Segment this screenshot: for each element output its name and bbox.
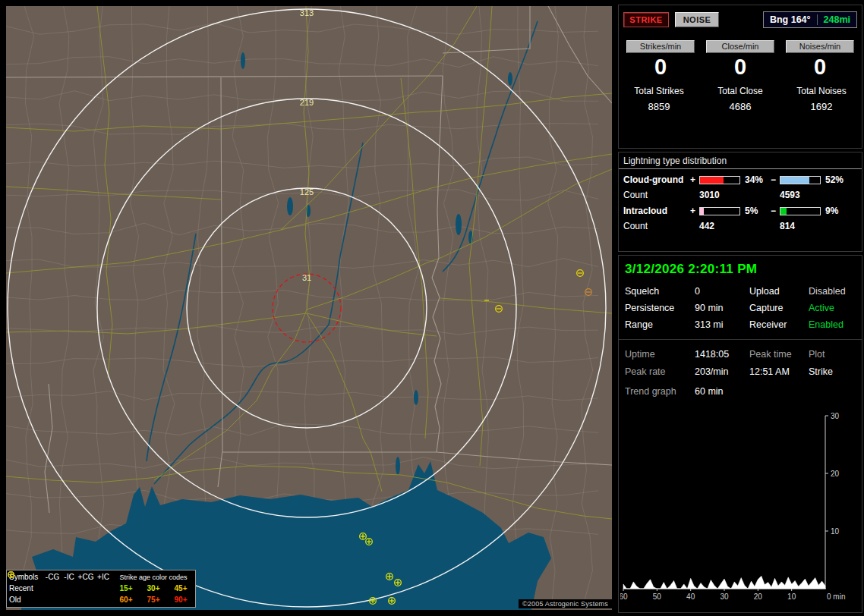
trend-y-tick: 10: [831, 527, 840, 536]
range-label: Range: [625, 319, 695, 330]
cg-minus-bar: [780, 176, 821, 184]
age-code-45: 45+: [167, 583, 194, 594]
minus-sign: −: [771, 174, 780, 185]
strikes-per-min-value: 0: [626, 55, 695, 80]
trend-graph-row: Trend graph 60 min: [619, 377, 862, 397]
trend-graph: 3020106050403020100 min: [620, 411, 862, 610]
cg-minus-percent: 52%: [824, 174, 850, 185]
legend-recent-label: Recent: [9, 583, 44, 594]
counters-section: STRIKE NOISE Bng 164° 248mi Strikes/min …: [618, 5, 862, 149]
peak-rate-label: Peak rate: [625, 366, 695, 377]
strikes-per-min-label: Strikes/min: [626, 40, 695, 53]
bearing-range: 248mi: [824, 14, 850, 25]
plus-sign: +: [690, 174, 699, 185]
legend-col-neg-ic: -IC: [61, 572, 77, 583]
cloud-ground-row: Cloud-ground + 34% − 52%: [619, 169, 862, 185]
age-code-60: 60+: [112, 595, 140, 605]
trend-x-tick: 40: [686, 592, 695, 601]
cg-plus-bar: [699, 176, 740, 184]
minus-sign: −: [771, 206, 780, 216]
intracloud-label: Intracloud: [623, 206, 690, 216]
upload-status: Disabled: [809, 286, 856, 297]
age-code-15: 15+: [112, 583, 140, 594]
cg-plus-percent: 34%: [743, 174, 771, 185]
distribution-section: Lightning type distribution Cloud-ground…: [618, 152, 862, 252]
legend-col-pos-ic: +IC: [94, 572, 112, 583]
ic-plus-count: 442: [699, 221, 780, 231]
cloud-ground-counts: Count 3010 4593: [619, 185, 862, 200]
cg-plus-count: 3010: [699, 190, 780, 200]
intracloud-row: Intracloud + 5% − 9%: [619, 200, 862, 216]
timestamp: 3/12/2026 2:20:11 PM: [619, 256, 862, 277]
trend-graph-label: Trend graph: [625, 386, 695, 397]
distribution-title: Lightning type distribution: [619, 152, 862, 169]
age-code-90: 90+: [167, 595, 194, 605]
capture-label: Capture: [749, 303, 809, 313]
trend-x-tick: 30: [720, 592, 729, 601]
range-ring-label: 219: [300, 98, 314, 107]
upload-label: Upload: [749, 286, 809, 297]
range-ring-label: 31: [302, 273, 311, 282]
trend-plot-area: [623, 576, 825, 589]
uptime-value: 1418:05: [695, 349, 749, 360]
settings-table: Squelch 0 Upload Disabled Persistence 90…: [619, 277, 862, 330]
status-section: 3/12/2026 2:20:11 PM Squelch 0 Upload Di…: [618, 255, 862, 613]
ic-minus-percent: 9%: [824, 206, 850, 216]
ic-minus-bar: [780, 207, 821, 215]
legend-col-neg-cg: -CG: [44, 572, 61, 583]
persistence-label: Persistence: [625, 303, 695, 313]
total-strikes: Total Strikes 8859: [619, 86, 699, 112]
noises-per-min-value: 0: [786, 55, 854, 80]
count-label: Count: [623, 190, 699, 200]
trend-graph-window: 60 min: [695, 386, 856, 397]
age-code-75: 75+: [140, 595, 167, 605]
persistence-value: 90 min: [695, 303, 749, 313]
lightning-map[interactable]: 31321912531 Symbols -CG -IC +CG +IC Stri…: [6, 6, 612, 610]
range-ring-label: 313: [300, 8, 314, 17]
copyright-text: ©2005 Astrogenic Systems: [519, 599, 612, 608]
plot-value: Strike: [809, 366, 856, 377]
noises-per-min-label: Noises/min: [786, 40, 854, 53]
trend-y-tick: 20: [831, 470, 840, 478]
close-per-min-label: Close/min: [706, 40, 774, 53]
cloud-ground-label: Cloud-ground: [623, 174, 690, 185]
close-per-min-value: 0: [706, 55, 774, 80]
receiver-status: Enabled: [809, 319, 856, 330]
ic-plus-bar: [699, 207, 740, 215]
bearing-divider: [817, 14, 818, 25]
trend-y-tick: 30: [831, 412, 840, 420]
squelch-value: 0: [695, 286, 749, 297]
uptime-label: Uptime: [625, 349, 695, 360]
trend-x-tick: 20: [754, 592, 763, 601]
map-canvas: 31321912531: [6, 6, 612, 610]
uptime-table: Uptime 1418:05 Peak time Plot Peak rate …: [619, 339, 862, 377]
receiver-label: Receiver: [749, 319, 809, 330]
total-close: Total Close 4686: [700, 86, 780, 112]
legend-old-label: Old: [9, 595, 44, 605]
squelch-label: Squelch: [625, 286, 695, 297]
range-value: 313 mi: [695, 319, 749, 330]
trend-x-tick: 50: [653, 592, 662, 601]
trend-x-tick: 10: [787, 592, 796, 601]
plus-sign: +: [690, 206, 699, 216]
cg-minus-count: 4593: [780, 190, 857, 200]
peak-time-label: Peak time: [749, 349, 809, 360]
status-panel: STRIKE NOISE Bng 164° 248mi Strikes/min …: [616, 0, 864, 616]
bearing-value: Bng 164°: [770, 14, 811, 25]
ic-minus-count: 814: [780, 221, 857, 231]
bearing-display: Bng 164° 248mi: [763, 11, 857, 28]
trend-x-tick: 60: [620, 592, 628, 601]
app-window: 31321912531 Symbols -CG -IC +CG +IC Stri…: [0, 0, 864, 616]
count-label: Count: [623, 221, 699, 231]
range-ring-label: 125: [300, 187, 314, 196]
age-code-30: 30+: [140, 583, 167, 594]
legend-col-pos-cg: +CG: [77, 572, 94, 583]
noise-button[interactable]: NOISE: [675, 12, 719, 27]
peak-rate-value: 203/min: [695, 366, 749, 377]
trend-x-end-label: 0 min: [827, 592, 845, 601]
intracloud-counts: Count 442 814: [619, 216, 862, 231]
total-noises: Total Noises 1692: [781, 86, 862, 112]
peak-time-value: 12:51 AM: [749, 366, 809, 377]
strike-button[interactable]: STRIKE: [623, 12, 669, 27]
legend-age-header: Strike age color codes: [112, 572, 194, 583]
